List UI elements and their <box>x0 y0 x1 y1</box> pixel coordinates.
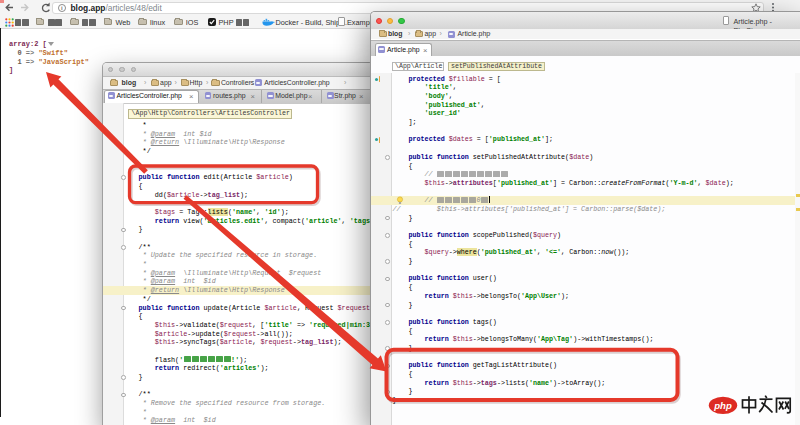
svg-text:php: php <box>713 400 732 411</box>
